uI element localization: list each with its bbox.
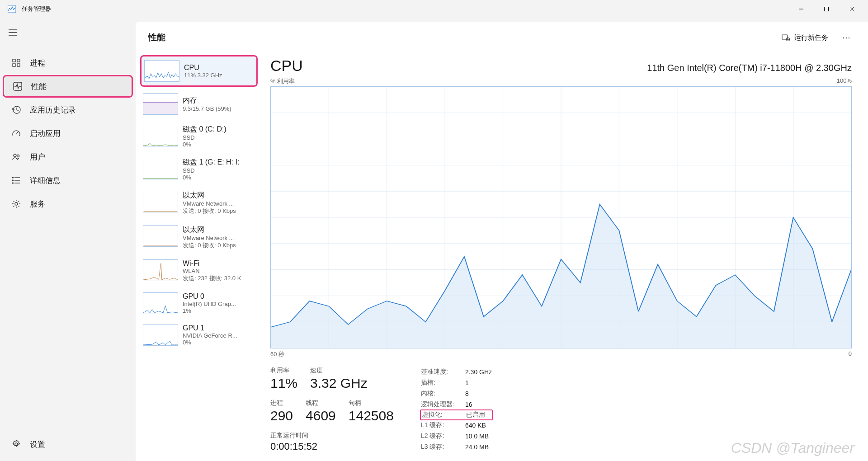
nav-performance[interactable]: 性能 [3,75,133,98]
info-val-virtualization: 已启用 [466,411,485,419]
perf-title: CPU [184,64,222,72]
hamburger-button[interactable] [2,22,24,43]
perf-item-eth0[interactable]: 以太网 VMware Network ... 发送: 0 接收: 0 Kbps [140,187,258,219]
perf-title: 磁盘 1 (G: E: H: I: [183,158,239,167]
svg-point-22 [13,183,14,183]
stat-label: 利用率 [270,367,297,375]
perf-sub2: 发送: 232 接收: 32.0 K [183,274,241,282]
mini-chart-cpu [144,60,179,82]
nav-startup[interactable]: 启动应用 [3,122,133,145]
stat-label: 正常运行时间 [270,432,317,440]
perf-item-eth1[interactable]: 以太网 VMware Network ... 发送: 0 接收: 0 Kbps [140,221,258,253]
mini-chart-memory [143,93,178,115]
cpu-utilization-chart [270,86,852,348]
svg-rect-29 [143,102,178,114]
app-icon [7,5,16,14]
minimize-button[interactable] [788,0,814,18]
perf-title: 内存 [183,96,231,105]
perf-sub2: 1% [183,307,236,314]
nav-label: 启动应用 [30,128,61,139]
info-val: 640 KB [465,422,486,429]
perf-title: Wi-Fi [183,259,241,268]
svg-rect-2 [825,7,829,11]
stat-value-processes: 290 [270,408,293,423]
cpu-name: 11th Gen Intel(R) Core(TM) i7-11800H @ 2… [647,63,852,73]
stat-value-handles: 142508 [349,408,394,423]
info-val: 1 [465,379,469,386]
nav-app-history[interactable]: 应用历史记录 [3,99,133,121]
close-button[interactable] [839,0,864,18]
svg-rect-9 [17,59,20,62]
perf-title: GPU 0 [183,292,236,301]
run-new-task-button[interactable]: 运行新任务 [776,31,834,45]
nav-label: 应用历史记录 [30,105,76,115]
perf-title: 磁盘 0 (C: D:) [183,125,226,134]
perf-item-disk1[interactable]: 磁盘 1 (G: E: H: I: SSD 0% [140,154,258,184]
mini-chart-wifi [143,259,178,281]
nav-details[interactable]: 详细信息 [3,169,133,192]
pulse-icon [12,81,23,92]
nav-label: 性能 [31,81,47,92]
gear-icon [11,198,22,209]
run-task-label: 运行新任务 [794,33,828,42]
mini-chart-gpu0 [143,292,178,314]
svg-point-20 [13,177,14,178]
svg-point-16 [17,155,19,157]
info-val: 16 [465,401,472,408]
maximize-button[interactable] [814,0,839,18]
perf-sub2: 0% [183,174,239,181]
detail-title: CPU [270,57,303,75]
info-key: 内核: [421,390,465,398]
nav-processes[interactable]: 进程 [3,52,133,74]
perf-item-gpu0[interactable]: GPU 0 Intel(R) UHD Grap... 1% [140,289,258,318]
mini-chart-eth1 [143,225,178,247]
content-header: 性能 运行新任务 ⋯ [136,22,868,53]
nav-label: 详细信息 [30,175,61,186]
nav-settings[interactable]: 设置 [3,433,133,456]
perf-sub: SSD [183,134,226,141]
svg-point-21 [13,180,14,181]
list-icon [11,175,22,186]
perf-title: GPU 1 [183,324,237,332]
stats-area: 利用率 11% 速度 3.32 GHz 进程 290 [270,367,852,452]
mini-chart-disk1 [143,158,178,179]
perf-sub: NVIDIA GeForce R... [183,332,237,339]
perf-sub: VMware Network ... [183,235,236,241]
perf-title: 以太网 [183,225,236,235]
content-area: 性能 运行新任务 ⋯ CPU 11% 3.32 GHz [136,22,868,461]
info-key: 插槽: [421,379,465,387]
stat-label: 速度 [310,367,368,375]
perf-item-disk0[interactable]: 磁盘 0 (C: D:) SSD 0% [140,121,258,151]
more-button[interactable]: ⋯ [837,28,855,47]
perf-item-memory[interactable]: 内存 9.3/15.7 GB (59%) [140,89,258,118]
perf-item-wifi[interactable]: Wi-Fi WLAN 发送: 232 接收: 32.0 K [140,256,258,286]
history-icon [11,104,22,115]
svg-point-23 [15,202,18,205]
stat-value-speed: 3.32 GHz [310,376,368,391]
chart-ylabel: % 利用率 [270,77,295,85]
perf-sub: 11% 3.32 GHz [184,72,222,79]
nav-services[interactable]: 服务 [3,193,133,215]
perf-item-cpu[interactable]: CPU 11% 3.32 GHz [140,55,258,87]
info-key: 虚拟化: [422,411,466,419]
chart-xleft: 60 秒 [270,350,284,358]
svg-point-15 [14,154,16,157]
svg-rect-8 [13,59,15,62]
settings-icon [11,439,22,450]
info-key: 逻辑处理器: [421,400,465,409]
gauge-icon [11,128,22,139]
title-bar: 任务管理器 [0,0,868,18]
nav-users[interactable]: 用户 [3,146,133,168]
info-key: 基准速度: [421,368,465,376]
perf-sidebar: CPU 11% 3.32 GHz 内存 9.3/15.7 GB (59%) [136,53,262,461]
stat-value-utilization: 11% [270,376,297,391]
stat-label: 线程 [306,399,336,407]
perf-item-gpu1[interactable]: GPU 1 NVIDIA GeForce R... 0% [140,320,258,349]
perf-sub: 9.3/15.7 GB (59%) [183,105,231,112]
chart-xright: 0 [849,350,852,358]
perf-sub: VMware Network ... [183,200,236,207]
svg-line-14 [16,132,18,134]
svg-rect-11 [17,64,20,66]
perf-sub2: 发送: 0 接收: 0 Kbps [183,241,236,249]
perf-sub: WLAN [183,268,241,274]
